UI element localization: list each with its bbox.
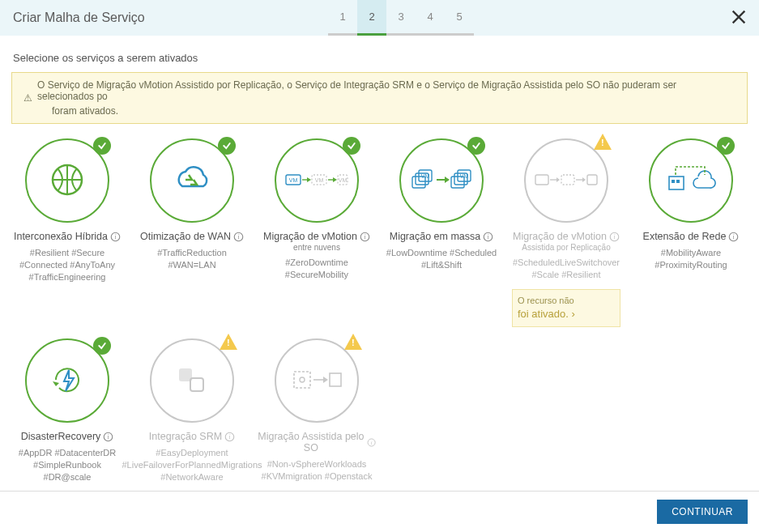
service-title: Migração de vMotioni (513, 231, 620, 242)
wizard-step-4[interactable]: 4 (416, 0, 445, 36)
page-title: Criar Malha de Serviço (13, 11, 145, 25)
info-icon[interactable]: i (609, 232, 620, 242)
svg-marker-27 (556, 177, 560, 182)
svg-text:i: i (733, 233, 735, 240)
svg-rect-26 (535, 175, 548, 185)
svg-text:i: i (108, 433, 109, 440)
check-badge-icon (218, 137, 236, 155)
service-circle-wrap (275, 338, 359, 423)
service-circle-wrap (25, 338, 109, 423)
svg-rect-34 (672, 180, 675, 183)
svg-text:i: i (238, 233, 240, 240)
service-tags: #TrafficReduction #WAN=LAN (133, 247, 251, 271)
service-card-vmotion-migration: VMVMVMMigração de vMotionientre nuvens#Z… (254, 134, 379, 334)
service-circle-wrap: VMVM (399, 138, 484, 223)
service-subtitle: entre nuvens (293, 243, 340, 252)
svg-marker-10 (333, 177, 337, 182)
service-tags: #Resilient #Secure #Connected #AnyToAny … (8, 247, 126, 283)
check-badge-icon (343, 137, 360, 155)
continue-button[interactable]: CONTINUAR (657, 500, 748, 524)
service-card-bulk-migration: VMVMMigração em massai#LowDowntime #Sche… (379, 134, 504, 334)
vmotion-migration-icon: VMVMVM (284, 168, 349, 194)
service-card-hybrid-interconnect: Interconexão Híbridai#Resilient #Secure … (5, 134, 130, 334)
wizard-header: Criar Malha de Serviço 12345 (0, 0, 759, 36)
svg-text:VM: VM (289, 177, 298, 183)
svg-text:VM: VM (339, 177, 348, 183)
warning-banner: ⚠ O Serviço de Migração vMotion Assistid… (11, 72, 748, 124)
service-card-rav-migration: Migração de vMotioniAssistida por Replic… (504, 134, 629, 334)
svg-text:VM: VM (315, 177, 324, 183)
close-button[interactable] (730, 8, 748, 26)
service-tags: #AppDR #DatacenterDR #SimpleRunbook #DR@… (8, 447, 126, 483)
wizard-step-2[interactable]: 2 (357, 0, 386, 36)
info-icon[interactable]: i (483, 232, 493, 242)
svg-text:VM: VM (460, 173, 469, 179)
info-icon[interactable]: i (233, 232, 244, 242)
svg-text:i: i (229, 433, 231, 440)
service-title: Migração Assistida pelo SOi (258, 431, 376, 453)
service-disabled-message: O recurso nãofoi ativado. › (512, 289, 620, 328)
wizard-step-5[interactable]: 5 (445, 0, 474, 36)
service-card-wan-opt: Otimização de WANi#TrafficReduction #WAN… (130, 134, 254, 334)
service-title: Migração em massai (390, 231, 494, 242)
service-subtitle: Assistida por Replicação (522, 243, 611, 252)
os-assisted-icon (291, 367, 343, 395)
svg-rect-35 (676, 180, 680, 183)
svg-text:i: i (365, 233, 366, 240)
wizard-step-1[interactable]: 1 (328, 0, 357, 36)
svg-rect-45 (294, 372, 310, 388)
info-icon[interactable]: i (103, 432, 113, 442)
service-toggle-srm (150, 338, 234, 423)
warning-text-line2: foram ativados. (37, 102, 736, 117)
service-tags: #ScheduledLiveSwitchover #Scale #Resilie… (507, 257, 625, 281)
service-tags: #ZeroDowntime #SecureMobility (258, 257, 376, 281)
net-ext-icon (666, 164, 716, 198)
service-tags: #Non-vSphereWorkloads #KVMmigration #Ope… (258, 458, 376, 483)
check-badge-icon (717, 137, 735, 155)
service-tags: #LowDowntime #Scheduled #Lift&Shift (382, 247, 501, 271)
service-card-net-ext: Extensão de Redei#MobilityAware #Proximi… (629, 134, 753, 334)
service-title: Otimização de WANi (140, 231, 244, 242)
svg-text:i: i (371, 440, 373, 445)
service-title: Interconexão Híbridai (14, 231, 121, 242)
info-icon[interactable]: i (224, 432, 235, 442)
info-icon[interactable]: i (367, 437, 376, 448)
check-badge-icon (467, 137, 485, 155)
service-toggle-rav-migration (524, 138, 608, 223)
section-subtitle: Selecione os serviços a serem ativados (0, 36, 759, 72)
warning-badge-icon (594, 134, 612, 150)
svg-marker-7 (307, 177, 311, 182)
service-circle-wrap (150, 138, 234, 223)
svg-text:VM: VM (421, 173, 430, 179)
info-icon[interactable]: i (360, 232, 370, 242)
srm-icon (176, 365, 208, 397)
service-title: DisasterRecoveryi (21, 431, 114, 442)
service-circle-wrap (524, 138, 608, 223)
service-circle-wrap (150, 338, 234, 423)
close-icon (730, 8, 748, 26)
service-title: Extensão de Redei (643, 231, 740, 242)
service-grid: Interconexão Híbridai#Resilient #Secure … (0, 134, 759, 532)
svg-marker-29 (582, 177, 586, 182)
svg-marker-19 (445, 177, 450, 183)
svg-text:i: i (614, 233, 616, 240)
service-title: Integração SRMi (149, 431, 235, 442)
service-title: Migração de vMotioni (263, 231, 370, 242)
info-icon[interactable]: i (110, 232, 121, 242)
warning-badge-icon (220, 334, 237, 350)
svg-rect-30 (587, 175, 597, 185)
check-badge-icon (93, 337, 111, 355)
warning-icon: ⚠ (23, 92, 32, 104)
svg-marker-47 (323, 377, 328, 383)
wizard-footer: CONTINUAR (0, 491, 759, 532)
info-icon[interactable]: i (728, 232, 739, 242)
hybrid-interconnect-icon (48, 160, 87, 202)
svg-rect-28 (561, 175, 574, 185)
service-tags: #MobilityAware #ProximityRouting (632, 247, 750, 271)
wizard-step-3[interactable]: 3 (386, 0, 416, 36)
svg-rect-48 (330, 373, 341, 386)
wan-opt-icon (171, 164, 213, 198)
service-circle-wrap (649, 138, 733, 223)
svg-text:i: i (488, 233, 489, 240)
bulk-migration-icon: VMVM (409, 165, 474, 197)
